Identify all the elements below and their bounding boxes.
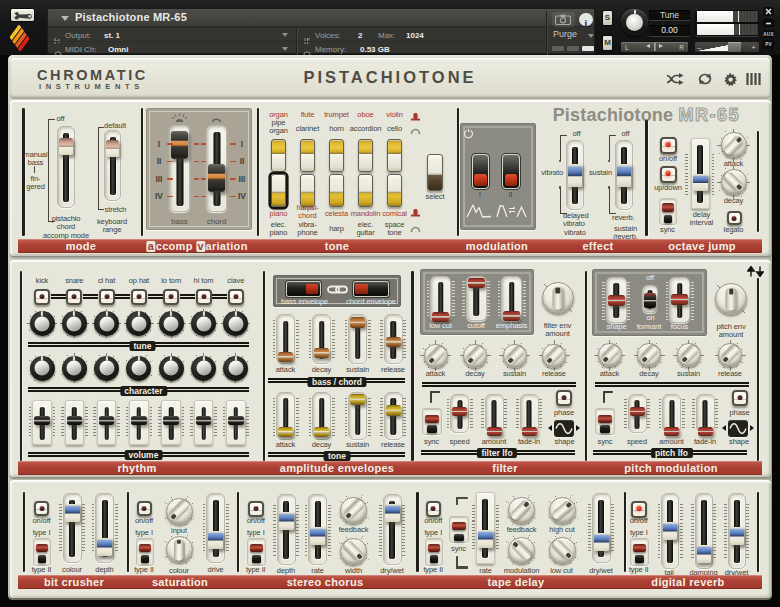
slider-handle[interactable]: [278, 427, 293, 438]
drum-character-knob-7[interactable]: [224, 357, 247, 380]
wrench-button[interactable]: [10, 8, 35, 22]
midi-value[interactable]: Omni: [108, 45, 128, 54]
reverb-type-switch[interactable]: [630, 538, 650, 566]
drum-character-knob-2[interactable]: [63, 357, 86, 380]
aux-button[interactable]: AUX: [763, 30, 774, 39]
octave-updown-button[interactable]: [660, 166, 677, 183]
chorus-rate-slider[interactable]: [308, 494, 327, 565]
modulation-switch-2[interactable]: [502, 154, 520, 189]
slider-handle[interactable]: [67, 416, 83, 425]
drum-tune-knob-4[interactable]: [127, 312, 150, 335]
pitch-attack-knob[interactable]: [598, 343, 622, 367]
tone-tab-top[interactable]: [358, 139, 374, 172]
drum-volume-slider-6[interactable]: [194, 400, 214, 445]
saturation-colour-knob[interactable]: [166, 536, 193, 563]
filter-env-amount-knob[interactable]: [542, 282, 574, 314]
tone-tab-bottom[interactable]: [329, 174, 345, 207]
mute-button[interactable]: M: [602, 35, 613, 51]
pitch-release-knob[interactable]: [718, 343, 742, 367]
view-button[interactable]: [742, 72, 764, 88]
effect-sustain-slider[interactable]: [615, 140, 633, 210]
filter-attack-knob[interactable]: [424, 344, 448, 368]
bit-crusher-type-switch[interactable]: [33, 538, 51, 566]
pitch-focus-slider[interactable]: [669, 277, 690, 324]
bass-chord-env-sustain-slider[interactable]: [348, 314, 367, 364]
slider-handle[interactable]: [663, 522, 677, 540]
slider-handle[interactable]: [131, 416, 147, 425]
chorus-drywet-slider[interactable]: [383, 494, 402, 565]
filter-lfo-phase-button[interactable]: [556, 390, 572, 406]
tone-tab-top[interactable]: [300, 139, 316, 172]
drum-tune-knob-5[interactable]: [160, 312, 183, 335]
tone-tab-top[interactable]: [329, 139, 345, 172]
slider-handle[interactable]: [386, 337, 401, 348]
bass-chord-env-attack-slider[interactable]: [276, 314, 295, 364]
collapse-arrow-icon[interactable]: [61, 16, 69, 21]
drum-volume-slider-4[interactable]: [129, 400, 149, 445]
tape-modulation-knob[interactable]: [508, 537, 535, 564]
reverb-damping-slider[interactable]: [695, 493, 713, 569]
keyboard-range-slider[interactable]: [104, 130, 121, 201]
octave-onoff-button[interactable]: [660, 137, 677, 154]
drum-character-knob-1[interactable]: [31, 357, 54, 380]
output-value[interactable]: st. 1: [104, 31, 120, 40]
pv-button[interactable]: PV: [763, 40, 774, 49]
close-button[interactable]: [763, 7, 774, 16]
slider-handle[interactable]: [59, 138, 73, 155]
legato-button[interactable]: [727, 211, 742, 225]
bass-chord-env-decay-slider[interactable]: [312, 314, 331, 364]
chorus-type-switch[interactable]: [247, 538, 266, 566]
instrument-title-row[interactable]: Pistachiotone MR-65: [48, 9, 594, 27]
drum-select-button-1[interactable]: [34, 289, 50, 305]
pitch-env-amount-knob[interactable]: [715, 283, 747, 315]
slider-handle[interactable]: [698, 427, 713, 436]
tone-env-decay-slider[interactable]: [312, 392, 331, 441]
reset-button[interactable]: [694, 72, 716, 88]
purge-dropdown-icon[interactable]: [588, 34, 594, 38]
octave-decay-knob[interactable]: [721, 169, 747, 195]
slider-handle[interactable]: [279, 512, 294, 530]
randomize-button[interactable]: [664, 72, 686, 88]
drum-tune-knob-6[interactable]: [192, 312, 215, 335]
slider-handle[interactable]: [171, 131, 188, 159]
chorus-onoff-button[interactable]: [248, 501, 264, 517]
settings-button[interactable]: [719, 72, 741, 88]
bit-colour-slider[interactable]: [63, 493, 82, 563]
slider-handle[interactable]: [65, 504, 80, 522]
tone-env-release-slider[interactable]: [384, 392, 403, 441]
drum-select-button-4[interactable]: [131, 289, 147, 305]
tape-delay-sync-switch[interactable]: [449, 516, 469, 543]
tone-tab-bottom[interactable]: [271, 174, 287, 207]
slider-handle[interactable]: [278, 352, 293, 363]
drum-character-knob-6[interactable]: [192, 357, 215, 380]
drum-volume-slider-2[interactable]: [65, 400, 85, 445]
slider-handle[interactable]: [34, 416, 50, 425]
shape-prev-icon[interactable]: [722, 425, 726, 431]
tone-tab-bottom[interactable]: [358, 174, 374, 207]
select-switch[interactable]: [427, 154, 443, 191]
chord-envelope-switch[interactable]: [353, 281, 389, 297]
tune-value-box[interactable]: 0.00: [649, 25, 690, 36]
pitch-lfo-fadein-slider[interactable]: [696, 394, 715, 433]
snapshot-camera-button[interactable]: [552, 12, 575, 27]
chord-variation-slider[interactable]: [206, 125, 227, 212]
saturation-input-knob[interactable]: [166, 498, 193, 525]
slider-handle[interactable]: [608, 295, 625, 306]
bass-chord-env-release-slider[interactable]: [384, 314, 403, 364]
slider-handle[interactable]: [671, 294, 688, 305]
minimize-button[interactable]: [763, 19, 774, 28]
filter-lfo-shape-display[interactable]: [554, 420, 574, 437]
tape-highcut-knob[interactable]: [549, 497, 576, 524]
tone-tab-top[interactable]: [271, 139, 287, 172]
slider-handle[interactable]: [630, 407, 645, 416]
tone-tab-top[interactable]: [387, 139, 403, 172]
drum-tune-knob-1[interactable]: [31, 312, 54, 335]
pitch-lfo-sync-switch[interactable]: [595, 408, 615, 436]
shape-next-icon[interactable]: [576, 425, 580, 431]
drum-select-button-6[interactable]: [196, 289, 212, 305]
chorus-depth-slider[interactable]: [277, 494, 296, 565]
drum-select-button-5[interactable]: [163, 289, 179, 305]
slider-handle[interactable]: [594, 533, 609, 551]
slider-handle[interactable]: [106, 140, 119, 157]
slider-handle[interactable]: [522, 427, 537, 436]
